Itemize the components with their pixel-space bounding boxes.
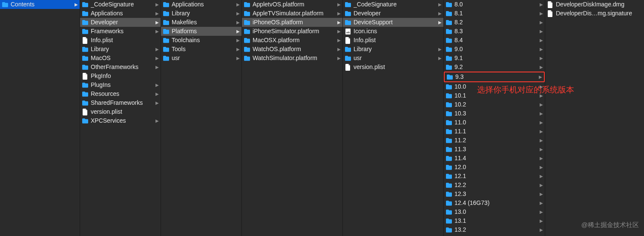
item-label: SharedFrameworks (91, 98, 155, 107)
chevron-right-icon: ▶ (155, 65, 159, 69)
list-item[interactable]: SharedFrameworks▶ (80, 98, 161, 107)
list-item[interactable]: Applications▶ (80, 9, 161, 18)
list-item[interactable]: 11.3▶ (444, 145, 545, 154)
list-item[interactable]: iPhoneSimulator.platform▶ (242, 27, 342, 36)
list-item[interactable]: _CodeSignature▶ (343, 0, 443, 9)
list-item[interactable]: Platforms▶ (161, 27, 242, 36)
finder-columns: Contents▶_CodeSignature▶Applications▶Dev… (0, 0, 644, 236)
list-item[interactable]: Library▶ (80, 45, 161, 54)
folder-icon (446, 191, 452, 198)
list-item[interactable]: iPhoneOS.platform▶ (242, 18, 342, 27)
chevron-right-icon: ▶ (437, 11, 442, 16)
list-item[interactable]: PkgInfo (80, 72, 161, 81)
chevron-right-icon: ▶ (236, 56, 240, 60)
list-item[interactable]: 8.2▶ (444, 18, 545, 27)
folder-icon (446, 155, 452, 162)
list-item[interactable]: WatchSimulator.platform▶ (242, 54, 342, 63)
list-item[interactable]: 13.1▶ (444, 216, 545, 225)
list-item[interactable]: Info.plist (80, 36, 161, 45)
chevron-right-icon: ▶ (336, 20, 341, 25)
item-label: 11.4 (454, 154, 539, 163)
list-item[interactable]: Contents▶ (0, 0, 80, 9)
list-item[interactable]: Resources▶ (80, 89, 161, 98)
list-item[interactable]: 9.1▶ (444, 54, 545, 63)
list-item[interactable]: 10.0▶ (444, 82, 545, 91)
folder-icon (446, 227, 452, 233)
file-icon (547, 1, 554, 8)
list-item[interactable]: version.plist (343, 63, 443, 72)
folder-icon (446, 101, 452, 108)
list-item[interactable]: WatchOS.platform▶ (242, 45, 342, 54)
list-item[interactable]: 9.0▶ (444, 45, 545, 54)
list-item[interactable]: Frameworks▶ (80, 27, 161, 36)
list-item[interactable]: 11.1▶ (444, 127, 545, 136)
list-item[interactable]: DeveloperDis…mg.signature (545, 9, 644, 18)
list-item[interactable]: MacOSX.platform▶ (242, 36, 342, 45)
list-item[interactable]: Info.plist (343, 36, 443, 45)
list-item[interactable]: OtherFrameworks▶ (80, 63, 161, 72)
list-item[interactable]: 12.2▶ (444, 181, 545, 190)
item-label: 12.2 (454, 181, 539, 190)
item-label: 11.1 (454, 127, 539, 136)
list-item[interactable]: version.plist (80, 107, 161, 116)
list-item[interactable]: 8.3▶ (444, 27, 545, 36)
list-item[interactable]: 12.1▶ (444, 172, 545, 181)
list-item[interactable]: Makefiles▶ (161, 18, 242, 27)
list-item[interactable]: MacOS▶ (80, 54, 161, 63)
item-label: AppletvOS.platform (253, 0, 336, 9)
file-icon (82, 37, 89, 44)
item-label: DeveloperDiskImage.dmg (556, 0, 642, 9)
list-item[interactable]: 10.2▶ (444, 100, 545, 109)
chevron-right-icon: ▶ (539, 93, 543, 98)
list-item[interactable]: AppletvOS.platform▶ (242, 0, 342, 9)
list-item[interactable]: usr▶ (161, 54, 242, 63)
item-label: MacOSX.platform (253, 36, 336, 45)
list-item[interactable]: Tools▶ (161, 45, 242, 54)
list-item[interactable]: 13.0▶ (444, 207, 545, 216)
list-item[interactable]: 12.0▶ (444, 163, 545, 172)
chevron-right-icon: ▶ (539, 65, 543, 69)
folder-icon (244, 28, 250, 35)
list-item[interactable]: 8.4▶ (444, 36, 545, 45)
list-item[interactable]: 11.2▶ (444, 136, 545, 145)
item-label: Toolchains (172, 36, 236, 45)
folder-icon (446, 10, 452, 17)
list-item[interactable]: Developer▶ (343, 9, 443, 18)
list-item[interactable]: 9.3▶ (444, 72, 545, 82)
file-icon (82, 109, 89, 115)
item-label: 8.1 (454, 9, 539, 18)
chevron-right-icon: ▶ (155, 2, 159, 7)
list-item[interactable]: 8.1▶ (444, 9, 545, 18)
list-item[interactable]: XPCServices▶ (80, 116, 161, 125)
list-item[interactable]: Toolchains▶ (161, 36, 242, 45)
list-item[interactable]: usr▶ (343, 54, 443, 63)
item-label: 12.1 (454, 172, 539, 181)
list-item[interactable]: AppleTVSimulator.platform▶ (242, 9, 342, 18)
folder-icon (244, 19, 250, 26)
list-item[interactable]: 12.3▶ (444, 190, 545, 199)
list-item[interactable]: 11.4▶ (444, 154, 545, 163)
list-item[interactable]: Library▶ (343, 45, 443, 54)
list-item[interactable]: 10.3▶ (444, 109, 545, 118)
list-item[interactable]: Developer▶ (80, 18, 161, 27)
list-item[interactable]: DeveloperDiskImage.dmg (545, 0, 644, 9)
list-item[interactable]: 10.1▶ (444, 91, 545, 100)
image-icon (345, 28, 351, 35)
column-6: DeveloperDiskImage.dmgDeveloperDis…mg.si… (545, 0, 644, 236)
list-item[interactable]: Applications▶ (161, 0, 242, 9)
folder-icon (82, 82, 89, 89)
folder-icon (163, 37, 170, 44)
list-item[interactable]: 12.4 (16G73)▶ (444, 199, 545, 207)
list-item[interactable]: Library▶ (161, 9, 242, 18)
list-item[interactable]: 9.2▶ (444, 63, 545, 72)
list-item[interactable]: 11.0▶ (444, 118, 545, 127)
list-item[interactable]: PlugIns▶ (80, 81, 161, 89)
list-item[interactable]: 8.0▶ (444, 0, 545, 9)
list-item[interactable]: _CodeSignature▶ (80, 0, 161, 9)
list-item[interactable]: Icon.icns (343, 27, 443, 36)
list-item[interactable]: 13.2▶ (444, 225, 545, 234)
chevron-right-icon: ▶ (336, 11, 341, 16)
item-label: AppleTVSimulator.platform (253, 9, 336, 18)
folder-icon (345, 10, 351, 17)
list-item[interactable]: DeviceSupport▶ (343, 18, 443, 27)
